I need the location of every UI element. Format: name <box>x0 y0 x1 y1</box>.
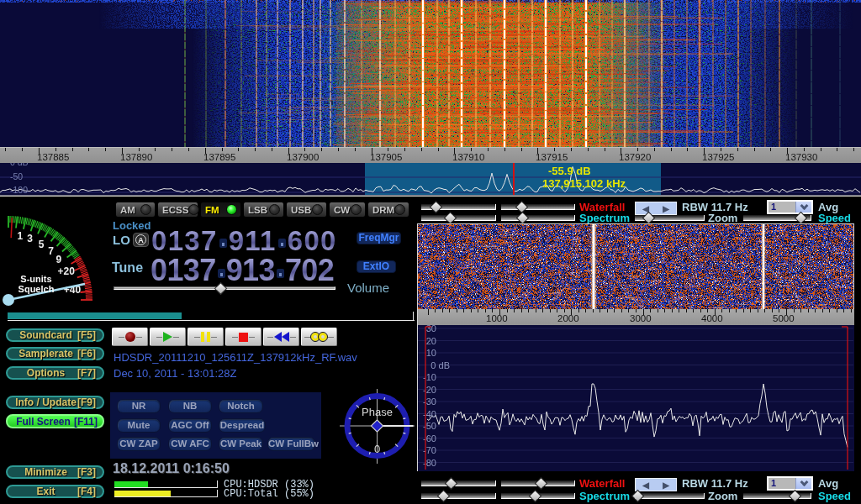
svg-text:Phase: Phase <box>362 406 393 418</box>
svg-text:3: 3 <box>27 233 33 244</box>
svg-text:5: 5 <box>39 239 45 250</box>
svg-text:Squelch: Squelch <box>18 284 55 294</box>
svg-text:7: 7 <box>48 245 54 257</box>
svg-text:10: 10 <box>426 348 436 358</box>
svg-text:-55.9 dB: -55.9 dB <box>548 165 591 177</box>
svg-text:9: 9 <box>55 254 61 265</box>
svg-text:-100: -100 <box>10 185 28 195</box>
svg-text:+20: +20 <box>58 265 76 277</box>
svg-text:0 dB: 0 dB <box>430 360 450 370</box>
svg-text:0: 0 <box>374 443 380 455</box>
svg-text:S-units: S-units <box>20 274 51 284</box>
svg-text:20: 20 <box>426 336 436 346</box>
svg-text:-50: -50 <box>10 171 23 181</box>
svg-text:1: 1 <box>17 230 23 242</box>
svg-text:0 dB: 0 dB <box>10 163 29 167</box>
svg-text:137,915.102 kHz: 137,915.102 kHz <box>542 177 626 190</box>
